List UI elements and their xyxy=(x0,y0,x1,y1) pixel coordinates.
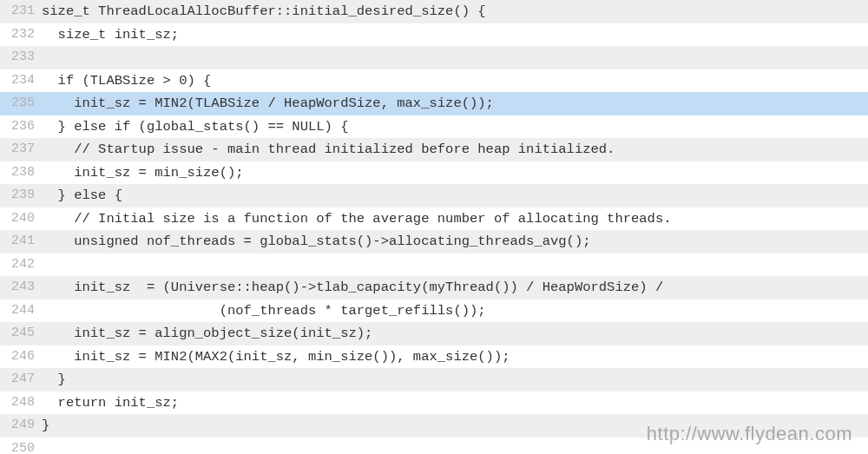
code-text: init_sz = min_size(); xyxy=(42,161,868,185)
line-number: 245 xyxy=(0,322,42,345)
line-number: 237 xyxy=(0,138,42,161)
code-line[interactable]: 248 return init_sz; xyxy=(0,391,868,415)
code-text: // Startup issue - main thread initializ… xyxy=(42,138,868,161)
code-line[interactable]: 244 (nof_threads * target_refills()); xyxy=(0,299,868,323)
line-number: 244 xyxy=(0,299,42,323)
code-text: } else if (global_stats() == NULL) { xyxy=(42,115,868,139)
line-number: 234 xyxy=(0,69,42,93)
line-number: 240 xyxy=(0,207,42,231)
code-text: (nof_threads * target_refills()); xyxy=(42,299,868,323)
code-line-highlighted[interactable]: 235 init_sz = MIN2(TLABSize / HeapWordSi… xyxy=(0,92,868,115)
code-text: } xyxy=(42,414,868,438)
line-number: 236 xyxy=(0,115,42,139)
code-line[interactable]: 238 init_sz = min_size(); xyxy=(0,161,868,185)
code-line[interactable]: 232 size_t init_sz; xyxy=(0,23,868,47)
code-line[interactable]: 242 xyxy=(0,253,868,277)
code-text: return init_sz; xyxy=(42,391,868,415)
code-line[interactable]: 246 init_sz = MIN2(MAX2(init_sz, min_siz… xyxy=(0,345,868,369)
code-text: if (TLABSize > 0) { xyxy=(42,69,868,93)
line-number: 243 xyxy=(0,276,42,299)
line-number: 239 xyxy=(0,184,42,207)
code-text: init_sz = align_object_size(init_sz); xyxy=(42,322,868,345)
line-number: 247 xyxy=(0,368,42,391)
code-text: // Initial size is a function of the ave… xyxy=(42,207,868,231)
code-text: } xyxy=(42,368,868,391)
code-line[interactable]: 237 // Startup issue - main thread initi… xyxy=(0,138,868,161)
code-line[interactable]: 234 if (TLABSize > 0) { xyxy=(0,69,868,93)
line-number: 242 xyxy=(0,253,42,277)
code-line[interactable]: 240 // Initial size is a function of the… xyxy=(0,207,868,231)
code-line[interactable]: 250 xyxy=(0,438,868,455)
code-line[interactable]: 247 } xyxy=(0,368,868,391)
code-text: init_sz = MIN2(MAX2(init_sz, min_size())… xyxy=(42,345,868,369)
code-text: size_t init_sz; xyxy=(42,23,868,47)
line-number: 250 xyxy=(0,438,42,455)
line-number: 241 xyxy=(0,230,42,253)
code-text: size_t ThreadLocalAllocBuffer::initial_d… xyxy=(42,0,868,23)
line-number: 233 xyxy=(0,46,42,69)
line-number: 246 xyxy=(0,345,42,369)
code-line[interactable]: 239 } else { xyxy=(0,184,868,207)
code-line[interactable]: 231 size_t ThreadLocalAllocBuffer::initi… xyxy=(0,0,868,23)
code-view: 231 size_t ThreadLocalAllocBuffer::initi… xyxy=(0,0,868,454)
line-number: 248 xyxy=(0,391,42,415)
code-text: init_sz = MIN2(TLABSize / HeapWordSize, … xyxy=(42,92,868,115)
line-number: 231 xyxy=(0,0,42,23)
line-number: 232 xyxy=(0,23,42,47)
code-line[interactable]: 233 xyxy=(0,46,868,69)
code-text: unsigned nof_threads = global_stats()->a… xyxy=(42,230,868,253)
code-text: init_sz = (Universe::heap()->tlab_capaci… xyxy=(42,276,868,299)
code-line[interactable]: 243 init_sz = (Universe::heap()->tlab_ca… xyxy=(0,276,868,299)
code-line[interactable]: 245 init_sz = align_object_size(init_sz)… xyxy=(0,322,868,345)
code-line[interactable]: 249 } xyxy=(0,414,868,438)
code-line[interactable]: 236 } else if (global_stats() == NULL) { xyxy=(0,115,868,139)
line-number: 235 xyxy=(0,92,42,115)
line-number: 249 xyxy=(0,414,42,438)
code-text: } else { xyxy=(42,184,868,207)
line-number: 238 xyxy=(0,161,42,185)
code-line[interactable]: 241 unsigned nof_threads = global_stats(… xyxy=(0,230,868,253)
